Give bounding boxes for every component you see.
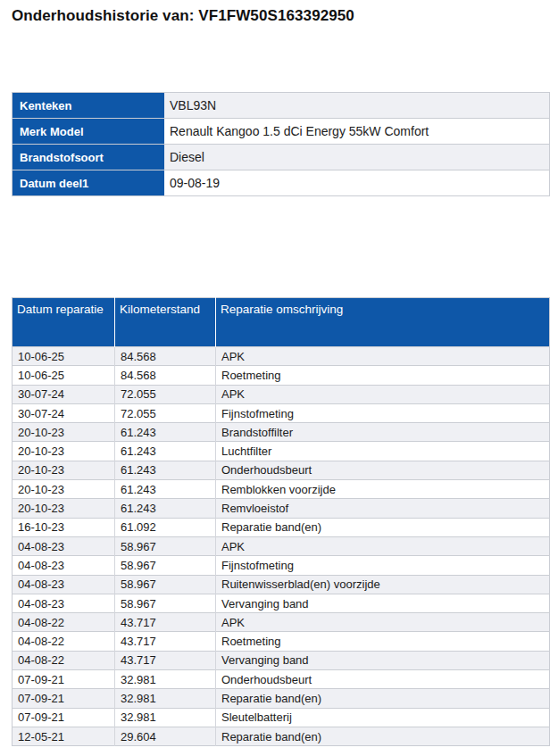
repair-km-cell: 58.967 (115, 556, 216, 575)
repair-description-cell: Remblokken voorzijde (216, 480, 550, 499)
repair-row: 30-07-2472.055Fijnstofmeting (12, 403, 550, 422)
repair-km-cell: 58.967 (115, 575, 216, 594)
repair-km-cell: 72.055 (115, 403, 216, 422)
repair-km-cell: 61.243 (115, 461, 216, 479)
repair-km-cell: 61.243 (115, 480, 216, 499)
repair-description-cell: Roetmeting (216, 366, 550, 385)
repair-row: 20-10-2361.243Luchtfilter (12, 442, 550, 461)
repair-row: 04-08-2243.717Vervanging band (12, 651, 550, 669)
repair-date-cell: 20-10-23 (12, 480, 115, 499)
repair-date-cell: 20-10-23 (12, 423, 115, 442)
repair-date-cell: 16-10-23 (12, 518, 115, 536)
vehicle-info-label: Merk Model (12, 119, 165, 145)
repair-date-cell: 07-09-21 (12, 708, 115, 727)
repair-row: 30-07-2472.055APK (12, 385, 550, 403)
repair-description-cell: Reparatie band(en) (216, 727, 550, 745)
repair-row: 20-10-2361.243Brandstoffilter (12, 423, 550, 442)
repair-km-cell: 43.717 (115, 613, 216, 632)
vehicle-info-label: Datum deel1 (12, 170, 165, 196)
column-header-datum-reparatie: Datum reparatie (12, 298, 115, 347)
maintenance-history-page: Onderhoudshistorie van: VF1FW50S16339295… (0, 0, 550, 756)
repair-row: 20-10-2361.243Onderhoudsbeurt (12, 461, 550, 479)
repair-description-cell: Fijnstofmeting (216, 403, 550, 422)
repair-date-cell: 04-08-23 (12, 556, 115, 575)
vehicle-info-value: 09-08-19 (164, 170, 550, 196)
repair-date-cell: 30-07-24 (12, 403, 115, 422)
vehicle-info-value: Diesel (164, 145, 550, 170)
vehicle-info-row: BrandstofsoortDiesel (12, 145, 550, 170)
repair-description-cell: Onderhoudsbeurt (216, 670, 550, 689)
repair-description-cell: Sleutelbatterij (216, 708, 550, 727)
repair-date-cell: 20-10-23 (12, 442, 115, 461)
repair-km-cell: 84.568 (115, 347, 216, 366)
repair-km-cell: 29.604 (115, 727, 216, 745)
vehicle-info-label: Brandstofsoort (12, 145, 165, 170)
repair-date-cell: 10-06-25 (12, 366, 115, 385)
repair-km-cell: 32.981 (115, 708, 216, 727)
vehicle-info-row: Datum deel109-08-19 (12, 170, 550, 196)
repair-date-cell: 04-08-23 (12, 575, 115, 594)
repair-row: 10-06-2584.568Roetmeting (12, 366, 550, 385)
repair-description-cell: Luchtfilter (216, 442, 550, 461)
repair-description-cell: Vervanging band (216, 594, 550, 612)
repair-row: 07-09-2132.981Onderhoudsbeurt (12, 670, 550, 689)
repair-row: 04-08-2358.967APK (12, 536, 550, 555)
repair-date-cell: 07-09-21 (12, 689, 115, 708)
repair-km-cell: 61.243 (115, 423, 216, 442)
repair-date-cell: 30-07-24 (12, 385, 115, 403)
repair-km-cell: 72.055 (115, 385, 216, 403)
repair-row: 04-08-2243.717Roetmeting (12, 632, 550, 651)
repair-description-cell: APK (216, 536, 550, 555)
repair-description-cell: Reparatie band(en) (216, 518, 550, 536)
repair-date-cell: 20-10-23 (12, 499, 115, 518)
repair-date-cell: 04-08-23 (12, 536, 115, 555)
repair-row: 16-10-2361.092Reparatie band(en) (12, 518, 550, 536)
repair-row: 07-09-2132.981Sleutelbatterij (12, 708, 550, 727)
vehicle-info-value: VBL93N (164, 93, 550, 119)
repair-row: 04-08-2358.967Ruitenwisserblad(en) voorz… (12, 575, 550, 594)
repair-row: 10-06-2584.568APK (12, 347, 550, 366)
vehicle-info-row: KentekenVBL93N (12, 93, 550, 119)
repair-row: 20-10-2361.243Remblokken voorzijde (12, 480, 550, 499)
repair-date-cell: 04-08-22 (12, 613, 115, 632)
repair-description-cell: Roetmeting (216, 632, 550, 651)
repair-km-cell: 58.967 (115, 536, 216, 555)
repair-km-cell: 61.092 (115, 518, 216, 536)
repair-km-cell: 43.717 (115, 632, 216, 651)
repair-km-cell: 32.981 (115, 689, 216, 708)
column-header-reparatie-omschrijving: Reparatie omschrijving (216, 298, 550, 347)
repair-row: 04-08-2358.967Vervanging band (12, 594, 550, 612)
repair-description-cell: Reparatie band(en) (216, 689, 550, 708)
vehicle-info-value: Renault Kangoo 1.5 dCi Energy 55kW Comfo… (164, 119, 550, 145)
column-header-kilometerstand: Kilometerstand (115, 298, 216, 347)
page-title: Onderhoudshistorie van: VF1FW50S16339295… (12, 7, 354, 25)
repair-description-cell: Remvloeistof (216, 499, 550, 518)
repair-row: 07-09-2132.981Reparatie band(en) (12, 689, 550, 708)
repair-description-cell: Vervanging band (216, 651, 550, 669)
vehicle-info-table: KentekenVBL93NMerk ModelRenault Kangoo 1… (12, 92, 550, 196)
vehicle-info-label: Kenteken (12, 93, 165, 119)
repair-km-cell: 61.243 (115, 499, 216, 518)
repair-header-row: Datum reparatieKilometerstandReparatie o… (12, 298, 550, 347)
repair-description-cell: APK (216, 385, 550, 403)
repair-description-cell: APK (216, 613, 550, 632)
repair-row: 04-08-2243.717APK (12, 613, 550, 632)
repair-description-cell: Onderhoudsbeurt (216, 461, 550, 479)
repair-km-cell: 61.243 (115, 442, 216, 461)
repair-km-cell: 84.568 (115, 366, 216, 385)
repair-km-cell: 32.981 (115, 670, 216, 689)
repair-date-cell: 04-08-22 (12, 632, 115, 651)
repair-description-cell: Ruitenwisserblad(en) voorzijde (216, 575, 550, 594)
repair-date-cell: 10-06-25 (12, 347, 115, 366)
vehicle-info-row: Merk ModelRenault Kangoo 1.5 dCi Energy … (12, 119, 550, 145)
repair-km-cell: 58.967 (115, 594, 216, 612)
repair-description-cell: Fijnstofmeting (216, 556, 550, 575)
repair-row: 20-10-2361.243Remvloeistof (12, 499, 550, 518)
repair-date-cell: 04-08-23 (12, 594, 115, 612)
repair-description-cell: APK (216, 347, 550, 366)
repair-date-cell: 04-08-22 (12, 651, 115, 669)
repair-date-cell: 12-05-21 (12, 727, 115, 745)
repair-row: 04-08-2358.967Fijnstofmeting (12, 556, 550, 575)
repair-date-cell: 07-09-21 (12, 670, 115, 689)
repair-description-cell: Brandstoffilter (216, 423, 550, 442)
